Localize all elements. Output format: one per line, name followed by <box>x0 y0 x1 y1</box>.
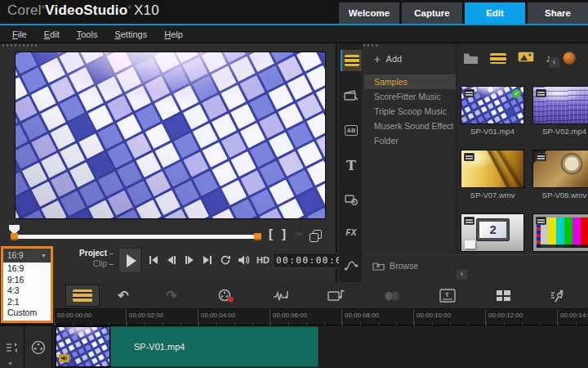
menu-settings[interactable]: Settings <box>114 29 147 39</box>
tab-edit[interactable]: Edit <box>465 2 525 24</box>
category-list: SamplesScoreFitter MusicTriple Scoop Mus… <box>364 74 456 148</box>
category-muserk-sound-effect[interactable]: Muserk Sound Effect <box>364 119 456 133</box>
scroll-left-button[interactable]: ‹ <box>457 269 467 280</box>
sphere-3d-icon[interactable] <box>563 52 576 65</box>
thumbnail-preview <box>532 150 588 188</box>
folder-icon[interactable] <box>463 52 479 65</box>
tab-welcome[interactable]: Welcome <box>339 2 399 24</box>
aspect-ratio-dropdown[interactable]: 16:9 ▼ <box>3 249 51 263</box>
project-mode-button[interactable]: Project <box>79 248 114 258</box>
audio-badge-icon <box>59 354 69 362</box>
play-button[interactable] <box>118 248 141 273</box>
check-icon: ✓ <box>512 89 521 98</box>
category-samples[interactable]: Samples <box>364 74 456 89</box>
film-badge-icon <box>464 217 474 225</box>
split-screen-template-button[interactable] <box>492 285 514 306</box>
ruler-label: 00:00:06:00 <box>270 309 341 325</box>
motion-tracking-button[interactable] <box>548 285 569 306</box>
mark-out-icon[interactable]: ] <box>282 228 286 240</box>
storyboard-view-button[interactable] <box>65 285 100 307</box>
browse-bar: Browse ‹ <box>364 254 588 282</box>
title-icon[interactable]: T <box>341 155 362 176</box>
trim-tools: [ ] ✂ <box>269 227 322 241</box>
previous-frame-icon[interactable] <box>165 254 178 267</box>
media-thumbnail[interactable]: SP-V07.wmv <box>461 150 526 202</box>
scrub-bar[interactable] <box>15 235 258 239</box>
mark-in-icon[interactable]: [ <box>269 228 273 240</box>
aspect-option-2:1[interactable]: 2:1 <box>3 297 51 308</box>
go-to-end-icon[interactable] <box>201 254 214 267</box>
film-badge-icon <box>464 89 474 97</box>
thumbnail-preview <box>461 150 524 188</box>
brand-corel: Corel <box>7 2 42 18</box>
volume-icon[interactable] <box>237 254 250 267</box>
timeline-section: ↶ ↷ T 00:00:00:0000:00:02:0000:00:04:000… <box>0 282 588 368</box>
plus-icon: + <box>374 55 381 64</box>
play-icon <box>127 254 136 267</box>
add-label: Add <box>386 54 403 64</box>
panel-grip[interactable] <box>2 44 37 47</box>
menu-edit[interactable]: Edit <box>44 29 60 39</box>
go-to-start-icon[interactable] <box>147 254 160 267</box>
tv-speaker-box <box>465 240 475 249</box>
expand-tracks-icon[interactable]: ▼ <box>7 361 13 366</box>
film-reel-icon[interactable] <box>25 326 51 368</box>
overlay-graphic-icon[interactable] <box>341 189 362 210</box>
timeline-ruler[interactable]: 00:00:00:0000:00:02:0000:00:04:0000:00:0… <box>0 309 588 325</box>
clip-mode-button[interactable]: Clip <box>79 258 114 269</box>
tab-share[interactable]: Share <box>528 2 588 24</box>
clip-thumbnail <box>56 326 110 367</box>
show-photos-icon[interactable] <box>518 51 534 65</box>
hd-toggle[interactable]: HD <box>256 255 270 265</box>
redo-button[interactable]: ↷ <box>161 285 182 306</box>
tab-capture[interactable]: Capture <box>402 2 462 24</box>
instant-project-icon[interactable] <box>341 84 362 105</box>
transition-icon[interactable]: AB <box>341 119 362 141</box>
repeat-icon[interactable] <box>219 254 232 267</box>
trim-end-handle[interactable] <box>254 233 261 240</box>
split-clip-icon[interactable]: ✂ <box>295 228 304 240</box>
aspect-ratio-options: 16:99:164:32:1Custom <box>3 263 51 321</box>
aspect-option-16:9[interactable]: 16:9 <box>3 263 51 275</box>
category-folder[interactable]: Folder <box>364 133 456 148</box>
aspect-option-custom[interactable]: Custom <box>3 307 51 319</box>
category-triple-scoop-music[interactable]: Triple Scoop Music <box>364 104 456 119</box>
thumbnail-preview: ✓ <box>461 86 524 124</box>
track-reels-button[interactable] <box>381 285 403 306</box>
trim-start-handle[interactable] <box>11 233 18 240</box>
browse-button[interactable]: Browse <box>372 261 418 271</box>
media-filename: SP-V08.wmv <box>529 191 588 200</box>
media-thumbnail[interactable]: SP-V02.mp4 <box>532 86 588 138</box>
media-thumbnail[interactable]: SP-V08.wmv <box>532 150 588 202</box>
menu-tools[interactable]: Tools <box>77 29 98 39</box>
aspect-option-4:3[interactable]: 4:3 <box>3 285 51 297</box>
video-track-icon-cell <box>25 326 52 368</box>
thumbnail-preview: 2 <box>461 213 524 252</box>
media-filename: SP-V07.wmv <box>457 191 528 200</box>
aspect-option-9:16[interactable]: 9:16 <box>3 275 51 286</box>
aspect-ratio-annotation: 16:9 ▼ 16:99:164:32:1Custom <box>1 246 53 323</box>
category-scorefitter-music[interactable]: ScoreFitter Music <box>364 89 456 104</box>
subtitle-editor-button[interactable]: T <box>437 285 458 306</box>
auto-music-button[interactable] <box>326 285 347 306</box>
media-library-icon[interactable] <box>341 50 362 71</box>
tv-screen: 2 <box>479 222 506 239</box>
filter-fx-icon[interactable]: FX <box>341 222 362 243</box>
scroll-left-button[interactable]: ‹ <box>549 57 559 68</box>
menu-file[interactable]: File <box>12 29 27 39</box>
media-gallery: ♪ ✓SP-V01.mp4SP-V02.mp4SP-V07.wmvSP-V08.… <box>456 43 588 282</box>
sound-mixer-button[interactable] <box>271 285 292 306</box>
show-videos-icon[interactable] <box>490 53 506 64</box>
record-capture-button[interactable] <box>216 285 237 306</box>
undo-button[interactable]: ↶ <box>113 285 134 306</box>
thumbnail-preview <box>532 86 588 124</box>
clip-bar[interactable]: SP-V01.mp4 <box>110 326 318 367</box>
add-folder-button[interactable]: +Add <box>374 54 402 64</box>
media-thumbnail[interactable]: ✓SP-V01.mp4 <box>461 86 526 138</box>
menu-help[interactable]: Help <box>164 29 183 39</box>
next-frame-icon[interactable] <box>183 254 196 267</box>
brand-version: X10 <box>134 2 159 18</box>
tv-frame: 2 <box>476 218 510 242</box>
enlarge-preview-icon[interactable] <box>313 230 322 239</box>
motion-path-icon[interactable] <box>341 254 362 276</box>
